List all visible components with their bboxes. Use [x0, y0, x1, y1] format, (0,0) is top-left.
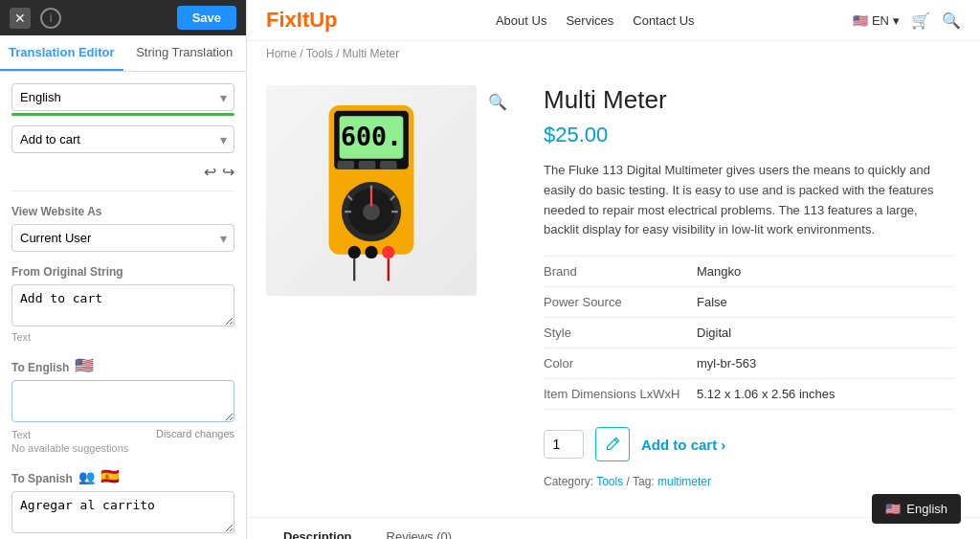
lang-bar-flag: 🇺🇸 — [885, 502, 901, 516]
language-select[interactable]: English Spanish French — [11, 83, 234, 111]
spec-color: Color myl-br-563 — [544, 348, 955, 379]
svg-rect-6 — [380, 161, 397, 169]
site-logo: FixItUp — [266, 8, 338, 33]
nav-icons: 🇺🇸 EN ▾ 🛒 🔍 — [853, 11, 961, 30]
to-english-textarea[interactable] — [11, 380, 234, 422]
tag-link[interactable]: multimeter — [657, 475, 711, 488]
tab-string-translation[interactable]: String Translation — [123, 35, 247, 71]
spec-power-source: Power Source False — [544, 287, 955, 318]
undo-redo-row: ↩ ↪ — [11, 163, 234, 181]
tab-description[interactable]: Description — [266, 518, 369, 539]
spanish-flag: 🇪🇸 — [100, 467, 120, 485]
category-tag-row: Category: Tools / Tag: multimeter — [544, 475, 961, 488]
language-select-wrapper: English Spanish French — [11, 83, 234, 111]
product-specs: Brand Mangko Power Source False Style Di… — [544, 256, 955, 410]
to-english-header: To English 🇺🇸 — [11, 356, 234, 374]
cart-icon[interactable]: 🛒 — [911, 11, 930, 30]
english-no-suggestions: No available suggestions — [11, 442, 234, 454]
site-nav: FixItUp About Us Services Contact Us 🇺🇸 … — [247, 0, 980, 41]
lang-flag: 🇺🇸 — [853, 13, 868, 28]
to-spanish-header: To Spanish 👥 🇪🇸 — [11, 467, 234, 485]
product-description: The Fluke 113 Digital Multimeter gives u… — [544, 161, 955, 240]
english-discard-row: Text Discard changes — [11, 427, 234, 440]
language-selector[interactable]: 🇺🇸 EN ▾ — [853, 13, 900, 28]
translation-panel: ✕ i Save Translation Editor String Trans… — [0, 0, 247, 539]
product-area: 600. — [247, 66, 980, 507]
nav-contact-us[interactable]: Contact Us — [633, 13, 694, 28]
quantity-input[interactable] — [544, 430, 584, 459]
nav-links: About Us Services Contact Us — [496, 13, 695, 28]
svg-rect-4 — [337, 161, 354, 169]
edit-icon-button[interactable] — [595, 427, 630, 461]
current-user-select[interactable]: Current User Guest Admin — [11, 224, 234, 252]
product-image-col: 600. — [266, 85, 515, 488]
tab-translation-editor[interactable]: Translation Editor — [0, 35, 123, 71]
chevron-right-icon: › — [721, 437, 725, 453]
tab-reviews[interactable]: Reviews (0) — [369, 518, 470, 539]
save-button[interactable]: Save — [177, 6, 236, 30]
add-to-cart-button[interactable]: Add to cart › — [641, 437, 725, 453]
multimeter-svg: 600. — [290, 95, 453, 286]
people-icon: 👥 — [78, 469, 95, 484]
english-discard-link[interactable]: Discard changes — [156, 428, 234, 439]
panel-body: English Spanish French Add to cart Check… — [0, 72, 246, 539]
lang-code: EN — [872, 13, 889, 28]
info-button[interactable]: i — [40, 8, 61, 29]
nav-about-us[interactable]: About Us — [496, 13, 546, 28]
svg-point-18 — [382, 246, 394, 258]
from-text-type: Text — [11, 331, 234, 343]
spec-style: Style Digital — [544, 318, 955, 348]
green-bar — [11, 113, 234, 116]
to-spanish-label: To Spanish — [11, 472, 73, 485]
undo-button[interactable]: ↩ — [204, 163, 216, 181]
pencil-icon — [605, 437, 620, 452]
to-english-section: To English 🇺🇸 Text Discard changes No av… — [11, 352, 234, 454]
zoom-icon[interactable]: 🔍 — [488, 93, 507, 111]
product-image: 600. — [266, 85, 477, 296]
view-website-label: View Website As — [11, 205, 234, 218]
to-spanish-section: To Spanish 👥 🇪🇸 Agregar al carrito Text … — [11, 463, 234, 539]
to-english-label: To English — [11, 361, 69, 374]
breadcrumb: Home / Tools / Multi Meter — [247, 41, 980, 66]
string-select-wrapper: Add to cart Checkout View cart — [11, 125, 234, 153]
product-info-col: Multi Meter $25.00 The Fluke 113 Digital… — [544, 85, 961, 488]
panel-tabs: Translation Editor String Translation — [0, 35, 246, 72]
chevron-down-icon: ▾ — [893, 13, 900, 28]
top-bar: ✕ i Save — [0, 0, 246, 35]
category-link[interactable]: Tools — [596, 475, 623, 488]
close-button[interactable]: ✕ — [10, 8, 31, 29]
site-preview: FixItUp About Us Services Contact Us 🇺🇸 … — [247, 0, 980, 539]
spec-brand: Brand Mangko — [544, 257, 955, 287]
svg-point-16 — [348, 246, 361, 258]
string-select[interactable]: Add to cart Checkout View cart — [11, 125, 234, 153]
product-title: Multi Meter — [544, 85, 961, 115]
svg-text:600.: 600. — [341, 122, 402, 151]
svg-rect-5 — [359, 161, 376, 169]
english-flag: 🇺🇸 — [75, 356, 94, 374]
language-bar[interactable]: 🇺🇸 English — [872, 494, 961, 524]
product-tabs: Description Reviews (0) — [247, 517, 980, 539]
redo-button[interactable]: ↪ — [222, 163, 234, 181]
view-website-section: View Website As Current User Guest Admin — [11, 191, 234, 252]
lang-bar-label: English — [906, 502, 947, 516]
svg-point-17 — [365, 246, 377, 258]
add-to-cart-row: Add to cart › — [544, 427, 961, 461]
current-user-select-wrapper: Current User Guest Admin — [11, 224, 234, 252]
spec-dimensions: Item Dimensions LxWxH 5.12 x 1.06 x 2.56… — [544, 379, 955, 410]
to-english-text-type: Text — [11, 429, 31, 440]
from-original-label: From Original String — [11, 265, 234, 279]
nav-services[interactable]: Services — [566, 13, 613, 28]
from-original-section: From Original String Add to cart Text — [11, 261, 234, 343]
search-icon[interactable]: 🔍 — [942, 11, 961, 30]
to-spanish-textarea[interactable]: Agregar al carrito — [11, 491, 234, 533]
from-original-textarea[interactable]: Add to cart — [11, 284, 234, 326]
product-price: $25.00 — [544, 123, 961, 147]
